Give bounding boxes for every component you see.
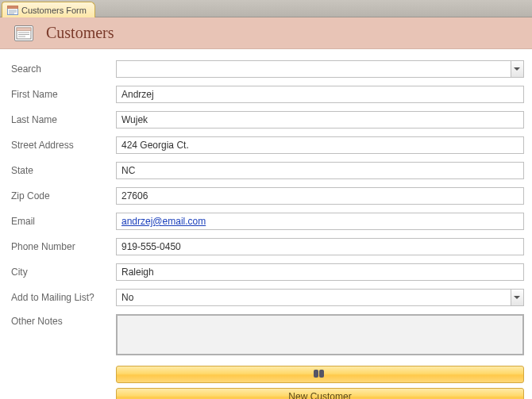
mailing-list-field[interactable]: [116, 289, 511, 306]
new-customer-label: New Customer: [288, 391, 351, 399]
form-header: Customers: [0, 17, 532, 49]
last-name-field[interactable]: [116, 111, 524, 129]
email-link[interactable]: andrzej@email.com: [121, 216, 206, 227]
form-icon: [7, 6, 18, 15]
label-other-notes: Other Notes: [11, 314, 116, 327]
tab-strip: Customers Form: [0, 0, 532, 17]
other-notes-field[interactable]: [116, 314, 524, 355]
search-input[interactable]: [116, 60, 511, 78]
label-phone-number: Phone Number: [11, 241, 116, 252]
svg-rect-6: [17, 28, 31, 31]
mailing-list-dropdown-button[interactable]: [511, 289, 524, 306]
search-dropdown-button[interactable]: [511, 60, 524, 78]
binoculars-icon: [314, 370, 326, 379]
mailing-list-combo[interactable]: [116, 289, 524, 306]
tab-customers-form[interactable]: Customers Form: [2, 2, 95, 17]
zip-code-field[interactable]: [116, 187, 524, 205]
tab-label: Customers Form: [21, 6, 87, 15]
chevron-down-icon: [514, 296, 520, 299]
label-zip-code: Zip Code: [11, 190, 116, 201]
state-field[interactable]: [116, 162, 524, 179]
label-last-name: Last Name: [11, 114, 116, 125]
svg-rect-1: [8, 6, 18, 8]
find-button[interactable]: [116, 366, 524, 383]
city-field[interactable]: [116, 263, 524, 281]
phone-number-field[interactable]: [116, 238, 524, 255]
email-field[interactable]: andrzej@email.com: [116, 213, 524, 230]
label-search: Search: [11, 63, 116, 75]
label-state: State: [11, 165, 116, 176]
label-first-name: First Name: [11, 89, 116, 100]
form-body: Search First Name Last Name Street Addre…: [0, 49, 532, 399]
chevron-down-icon: [514, 67, 520, 71]
search-combo[interactable]: [116, 60, 524, 78]
first-name-field[interactable]: [116, 86, 524, 103]
page-title: Customers: [46, 24, 114, 42]
street-address-field[interactable]: [116, 136, 524, 154]
new-customer-button[interactable]: New Customer: [116, 388, 524, 399]
label-street-address: Street Address: [11, 140, 116, 151]
form-header-icon: [14, 25, 33, 41]
label-mailing-list: Add to Mailing List?: [11, 292, 116, 303]
label-email: Email: [11, 216, 116, 227]
label-city: City: [11, 267, 116, 278]
